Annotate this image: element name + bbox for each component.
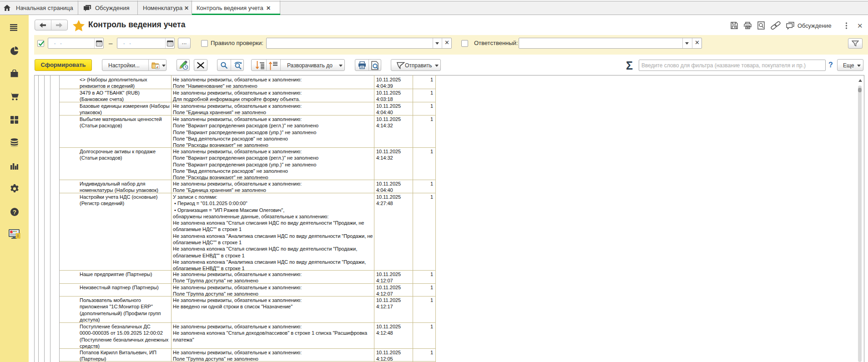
svg-text:?: ? — [13, 209, 16, 216]
